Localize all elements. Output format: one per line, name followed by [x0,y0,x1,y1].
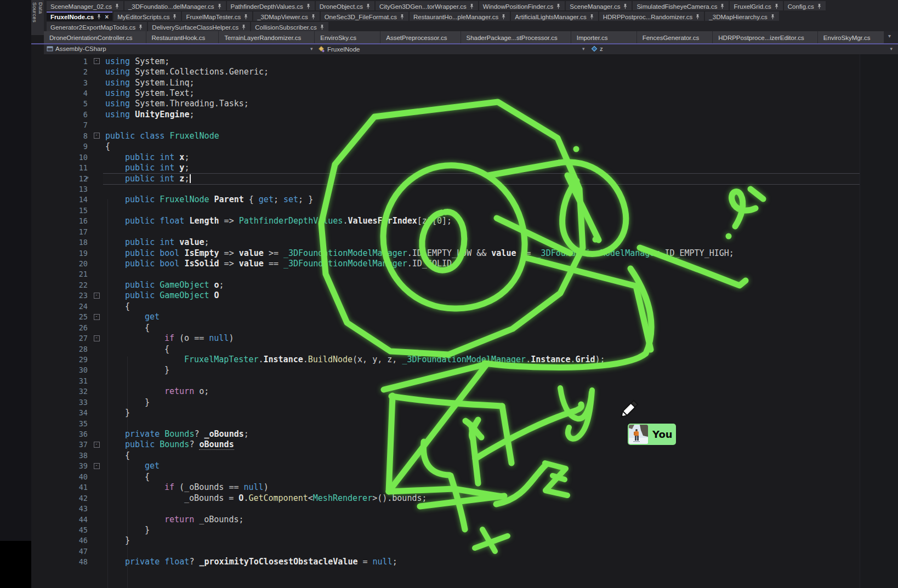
code-line[interactable]: 39-get [31,461,898,471]
code-line[interactable]: 20public bool IsSolid => value == _3DFou… [31,258,898,269]
line-number[interactable]: 13 [31,185,88,193]
code-line[interactable]: 8-public class FruxelNode [31,130,898,141]
collapse-box-icon[interactable]: - [94,463,100,469]
breadcrumb-project[interactable]: Assembly-CSharp [47,45,106,52]
pin-icon[interactable] [306,3,311,9]
document-tab[interactable]: HDRPPostproc...Randomizer.cs [599,12,704,21]
code-text[interactable]: } [105,535,130,545]
document-tab[interactable]: OneSec3D_FileFormat.cs [321,12,408,21]
collapse-box-icon[interactable]: - [94,58,100,64]
line-number[interactable]: 44 [31,515,88,524]
pin-icon[interactable] [241,24,246,30]
document-tab[interactable]: MyEditorScripts.cs [113,12,181,21]
code-text[interactable]: get [105,461,160,471]
code-line[interactable]: 40{ [31,471,898,482]
code-text[interactable]: public int x; [105,152,189,162]
code-line[interactable]: 4using System.Text; [31,88,898,98]
code-text[interactable]: if (o == null) [105,333,234,343]
line-number[interactable]: 46 [31,536,88,545]
code-text[interactable]: public Bounds? oBounds [105,439,234,449]
document-tab[interactable]: SceneManager_02.cs [47,1,123,10]
line-number[interactable]: 16 [31,216,88,225]
document-tab[interactable]: PathfinderDepthValues.cs [227,1,315,10]
pin-icon[interactable] [623,3,628,9]
line-number[interactable]: 35 [31,419,88,428]
code-text[interactable]: private float? _proximityToClosestObstac… [105,557,397,567]
code-line[interactable]: 12✎public int z; [31,173,898,184]
line-number[interactable]: 48 [31,557,88,566]
code-line[interactable]: 3using System.Linq; [31,77,898,88]
code-line[interactable]: 43 [31,503,898,513]
document-tab[interactable]: Importer.cs [571,31,637,44]
line-number[interactable]: 12 [31,174,88,183]
line-number[interactable]: 3 [31,78,88,87]
pin-icon[interactable] [817,3,822,9]
code-text[interactable]: if (_oBounds == null) [105,482,269,492]
line-number[interactable]: 36 [31,430,88,438]
document-tab[interactable]: SimulatedFisheyeCamera.cs [633,1,729,10]
line-number[interactable]: 41 [31,483,88,492]
line-number[interactable]: 42 [31,494,88,503]
code-text[interactable]: } [105,525,150,535]
document-tab[interactable]: ArtificialLightsManager.cs [511,12,598,21]
line-number[interactable]: 10 [31,153,88,162]
code-line[interactable]: 26{ [31,322,898,333]
code-text[interactable]: public GameObject O [105,290,219,300]
code-lines[interactable]: 1-using System;2using System.Collections… [31,56,898,567]
code-line[interactable]: 5using System.Threading.Tasks; [31,99,898,109]
code-text[interactable]: using System.Text; [105,88,195,98]
line-number[interactable]: 14 [31,195,88,204]
line-number[interactable]: 18 [31,238,88,247]
pin-icon[interactable] [138,24,143,30]
breadcrumb-dropdown-arrow[interactable]: ▾ [890,46,893,52]
code-line[interactable]: 35 [31,418,898,429]
code-text[interactable]: { [105,450,130,460]
document-tab[interactable]: EnviroSkyMgr.cs [818,31,884,44]
line-number[interactable]: 4 [31,89,88,98]
pin-icon[interactable] [115,3,120,9]
document-tab[interactable]: WindowPositionFinder.cs [479,1,565,10]
fold-margin[interactable]: - [88,335,105,341]
code-line[interactable]: 29FruxelMapTester.Instance.BuildNode(x, … [31,354,898,364]
line-number[interactable]: 5 [31,99,88,108]
code-line[interactable]: 1-using System; [31,56,898,66]
line-number[interactable]: 6 [31,110,88,119]
document-tab[interactable]: FruxelGrid.cs [730,1,782,10]
collapse-box-icon[interactable]: - [94,442,100,448]
line-number[interactable]: 40 [31,472,88,481]
collapse-box-icon[interactable]: - [94,314,100,320]
code-text[interactable]: public bool IsEmpty => value >= _3DFound… [105,248,734,258]
code-line[interactable]: 25-get [31,312,898,322]
code-line[interactable]: 34} [31,407,898,418]
line-number[interactable]: 32 [31,387,88,396]
code-text[interactable]: { [105,141,110,151]
code-line[interactable]: 33} [31,397,898,407]
pin-icon[interactable] [556,3,561,9]
line-number[interactable]: 39 [31,461,88,470]
line-number[interactable]: 21 [31,270,88,278]
pin-icon[interactable] [501,14,506,20]
code-line[interactable]: 21 [31,269,898,279]
collapse-box-icon[interactable]: - [94,133,100,139]
pin-icon[interactable] [770,14,775,20]
line-number[interactable]: 15 [31,206,88,215]
document-tab[interactable]: ShaderPackage...stProcessor.cs [461,31,571,44]
code-line[interactable]: 9{ [31,141,898,152]
code-line[interactable]: 38{ [31,450,898,460]
line-number[interactable]: 22 [31,281,88,289]
document-tab[interactable]: TerrainLayerRandomizer.cs [219,31,315,44]
code-line[interactable]: 37-public Bounds? oBounds [31,439,898,450]
code-line[interactable]: 2using System.Collections.Generic; [31,66,898,77]
code-line[interactable]: 15 [31,205,898,215]
code-text[interactable]: } [105,408,130,418]
code-line[interactable]: 16public float Length => PathfinderDepth… [31,216,898,226]
line-number[interactable]: 9 [31,142,88,151]
pin-icon[interactable] [469,3,474,9]
code-text[interactable]: _oBounds = O.GetComponent<MeshRenderer>(… [105,493,427,503]
line-number[interactable]: 29 [31,355,88,364]
pin-icon[interactable] [720,3,725,9]
pin-icon[interactable] [172,14,177,20]
editor-right-gutter[interactable] [860,54,898,588]
code-line[interactable]: 7 [31,120,898,130]
code-line[interactable]: 6using UnityEngine; [31,109,898,119]
